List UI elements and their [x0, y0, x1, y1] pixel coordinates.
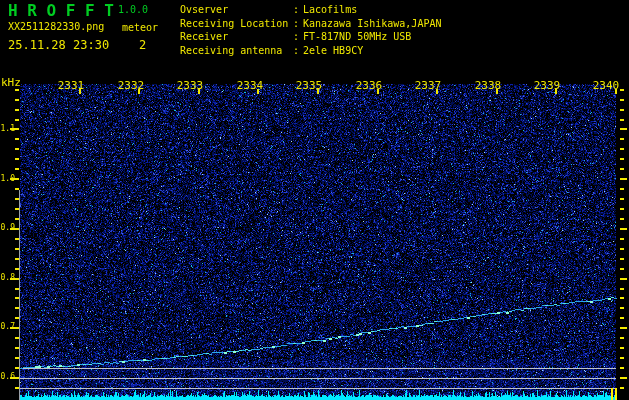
time-tick-label: 2334 [233, 79, 267, 92]
time-tick-label: 2340 [589, 79, 623, 92]
app-title: H R O F F T [8, 1, 114, 20]
info-label: Receiving antenna [180, 44, 293, 58]
info-label: Receiving Location [180, 17, 293, 31]
datetime-label: 25.11.28 23:30 [8, 38, 109, 52]
freq-tick-label: 0.7 [0, 322, 15, 331]
freq-axis-unit: kHz [1, 76, 21, 89]
time-tick-label: 2338 [471, 79, 505, 92]
meteor-count: 2 [139, 38, 146, 52]
info-label: Ovserver [180, 3, 293, 17]
freq-tick-label: 1.0 [0, 174, 15, 183]
time-tick-label: 2339 [530, 79, 564, 92]
output-filename: XX2511282330.png [8, 21, 104, 32]
info-value: Kanazawa Ishikawa,JAPAN [303, 17, 441, 31]
info-row-observer: Ovserver : Lacofilms [180, 3, 441, 17]
freq-tick-label: 0.9 [0, 223, 15, 232]
info-label: Receiver [180, 30, 293, 44]
info-colon: : [293, 30, 303, 44]
info-value: FT-817ND 50MHz USB [303, 30, 411, 44]
station-info: Ovserver : Lacofilms Receiving Location … [180, 3, 441, 57]
mode-label: meteor [122, 22, 158, 33]
info-row-antenna: Receiving antenna : 2ele HB9CY [180, 44, 441, 58]
freq-tick-label: 1.1 [0, 124, 15, 133]
info-value: Lacofilms [303, 3, 357, 17]
spectrogram-canvas [0, 0, 629, 400]
freq-tick-label: 0.6 [0, 372, 15, 381]
info-row-receiver: Receiver : FT-817ND 50MHz USB [180, 30, 441, 44]
time-tick-label: 2335 [292, 79, 326, 92]
info-value: 2ele HB9CY [303, 44, 363, 58]
freq-tick-label: 0.8 [0, 273, 15, 282]
time-tick-label: 2331 [54, 79, 88, 92]
time-tick-label: 2336 [352, 79, 386, 92]
time-tick-label: 2337 [411, 79, 445, 92]
info-colon: : [293, 44, 303, 58]
hrofft-window: H R O F F T 1.0.0 XX2511282330.png meteo… [0, 0, 629, 400]
version-label: 1.0.0 [118, 4, 148, 15]
time-tick-label: 2332 [114, 79, 148, 92]
time-tick-label: 2333 [173, 79, 207, 92]
info-colon: : [293, 17, 303, 31]
info-row-location: Receiving Location : Kanazawa Ishikawa,J… [180, 17, 441, 31]
info-colon: : [293, 3, 303, 17]
